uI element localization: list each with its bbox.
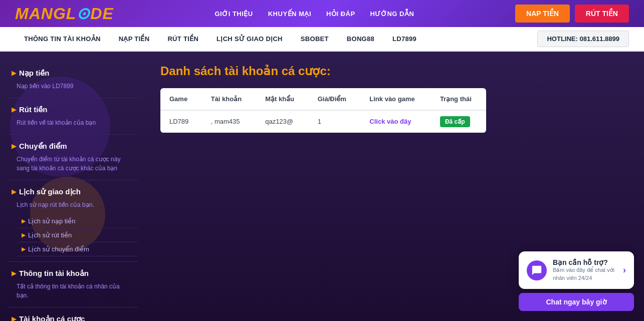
cell-status: Đã cấp <box>431 110 486 133</box>
cell-score: 1 <box>309 110 361 133</box>
chat-svg-icon <box>531 265 542 276</box>
sidebar-lich-su-title[interactable]: ▶ Lịch sử giao dịch <box>8 185 138 198</box>
sidebar-rut-tien-title[interactable]: ▶ Rút tiền <box>8 103 138 116</box>
subnav-nap-tien[interactable]: NẠP TIỀN <box>110 27 159 51</box>
subnav-links: THÔNG TIN TÀI KHOẢN NẠP TIỀN RÚT TIỀN LỊ… <box>15 27 425 51</box>
sidebar-nap-tien-desc: Nạp tiền vào LD7899 <box>8 80 138 93</box>
sidebar-sub-nap-tien[interactable]: ▶ Lịch sử nạp tiền <box>18 214 138 228</box>
sidebar-rut-tien-label: Rút tiền <box>19 105 47 114</box>
nav-gioi-thieu[interactable]: GIỚI THIỆU <box>214 10 253 18</box>
chat-widget: Bạn cần hỗ trợ? Bấm vào đây để chat với … <box>519 251 634 311</box>
arrow-icon: ▶ <box>12 143 16 150</box>
sidebar-nap-tien-title[interactable]: ▶ Nạp tiền <box>8 67 138 80</box>
sidebar-nap-tien-label: Nạp tiền <box>19 69 50 78</box>
chat-bubble[interactable]: Bạn cần hỗ trợ? Bấm vào đây để chat với … <box>519 251 634 289</box>
sidebar-lich-su-label: Lịch sử giao dịch <box>19 187 81 196</box>
col-status: Trạng thái <box>431 88 486 110</box>
cell-account: , mam435 <box>202 110 256 133</box>
sidebar-thong-tin-label: Thông tin tài khoản <box>19 269 89 278</box>
header-buttons: NAP TIỀN RÚT TIỀN <box>515 5 629 23</box>
nav-khuyen-mai[interactable]: KHUYẾN MẠI <box>268 10 311 18</box>
cell-link[interactable]: Click vào đây <box>360 110 431 133</box>
status-badge: Đã cấp <box>440 116 470 127</box>
sidebar-lich-su-subs: ▶ Lịch sử nạp tiền ▶ Lịch sử rút tiền ▶ … <box>8 211 138 256</box>
nav-huong-dan[interactable]: HƯỚNG DẪN <box>370 10 414 18</box>
sidebar-chuyen-diem-title[interactable]: ▶ Chuyển điểm <box>8 140 138 153</box>
table-container: Game Tài khoản Mật khẩu Giá/Điểm Link và… <box>160 88 486 133</box>
sidebar-nap-tien: ▶ Nạp tiền Nạp tiền vào LD7899 <box>8 62 138 98</box>
col-account: Tài khoản <box>202 88 256 110</box>
sub-arrow-icon: ▶ <box>22 246 26 252</box>
table-row: LD789 , mam435 qaz123@ 1 Click vào đây Đ… <box>160 110 486 133</box>
logo-text: MANGL⊙DE <box>15 5 114 23</box>
arrow-icon: ▶ <box>12 270 16 277</box>
sub-arrow-icon: ▶ <box>22 232 26 238</box>
sidebar-thong-tin-title[interactable]: ▶ Thông tin tài khoản <box>8 267 138 280</box>
chat-now-button[interactable]: Chat ngay bây giờ <box>519 293 634 311</box>
subnav-sbobet[interactable]: SBOBET <box>292 27 338 51</box>
sidebar-sub-chuyen-diem[interactable]: ▶ Lịch sử chuyển điểm <box>18 242 138 256</box>
page-title: Danh sách tài khoản cá cược: <box>160 64 629 78</box>
sidebar-tai-khoan-label: Tài khoản cá cược <box>19 314 85 321</box>
sub-arrow-icon: ▶ <box>22 218 26 224</box>
col-score: Giá/Điểm <box>309 88 361 110</box>
subnav-bong88[interactable]: BONG88 <box>338 27 383 51</box>
arrow-icon: ▶ <box>12 106 16 113</box>
cell-password: qaz123@ <box>256 110 309 133</box>
arrow-icon: ▶ <box>12 188 16 195</box>
main-nav: GIỚI THIỆU KHUYẾN MẠI HỎI ĐÁP HƯỚNG DẪN <box>214 10 414 18</box>
logo: MANGL⊙DE <box>15 4 114 23</box>
logo-globe: ⊙ <box>76 5 90 23</box>
chat-text-block: Bạn cần hỗ trợ? Bấm vào đây để chat với … <box>553 258 617 282</box>
sidebar-chuyen-diem-label: Chuyển điểm <box>19 142 67 151</box>
table-header-row: Game Tài khoản Mật khẩu Giá/Điểm Link và… <box>160 88 486 110</box>
sidebar-sub-rut-tien[interactable]: ▶ Lịch sử rút tiền <box>18 228 138 242</box>
sidebar-lich-su-desc: Lịch sử nạp rút tiền của bạn. <box>8 198 138 211</box>
sidebar-rut-tien-desc: Rút tiền về tài khoản của bạn <box>8 116 138 129</box>
chat-title: Bạn cần hỗ trợ? <box>553 258 617 266</box>
col-game: Game <box>160 88 202 110</box>
subnav-rut-tien[interactable]: RÚT TIỀN <box>158 27 207 51</box>
sidebar-chuyen-diem-desc: Chuyển điểm từ tài khoản cá cược này san… <box>8 153 138 175</box>
rut-tien-button[interactable]: RÚT TIỀN <box>575 5 629 23</box>
cell-game: LD789 <box>160 110 202 133</box>
nav-hoi-dap[interactable]: HỎI ĐÁP <box>326 10 355 18</box>
sidebar-chuyen-diem: ▶ Chuyển điểm Chuyển điểm từ tài khoản c… <box>8 135 138 180</box>
arrow-icon: ▶ <box>12 315 16 321</box>
subnav-lich-su[interactable]: LỊCH SỬ GIAO DỊCH <box>207 27 292 51</box>
subnav-ld7899[interactable]: LD7899 <box>383 27 425 51</box>
game-link[interactable]: Click vào đây <box>369 118 411 125</box>
arrow-icon: ▶ <box>12 70 16 77</box>
sidebar: ▶ Nạp tiền Nạp tiền vào LD7899 ▶ Rút tiề… <box>0 52 145 321</box>
sidebar-lich-su: ▶ Lịch sử giao dịch Lịch sử nạp rút tiền… <box>8 180 138 262</box>
chat-subtitle: Bấm vào đây để chat với nhân viên 24/24 <box>553 266 617 282</box>
sub-nav: THÔNG TIN TÀI KHOẢN NẠP TIỀN RÚT TIỀN LỊ… <box>0 27 644 52</box>
sidebar-thong-tin-desc: Tất cả thông tin tài khoản cá nhân của b… <box>8 280 138 302</box>
sidebar-rut-tien: ▶ Rút tiền Rút tiền về tài khoản của bạn <box>8 98 138 135</box>
hotline: HOTLINE: 081.611.8899 <box>537 31 629 47</box>
header: MANGL⊙DE GIỚI THIỆU KHUYẾN MẠI HỎI ĐÁP H… <box>0 0 644 27</box>
chat-icon <box>527 260 547 280</box>
subnav-thong-tin[interactable]: THÔNG TIN TÀI KHOẢN <box>15 27 110 51</box>
col-password: Mật khẩu <box>256 88 309 110</box>
chat-arrow-icon: › <box>623 265 626 275</box>
nap-tien-button[interactable]: NAP TIỀN <box>515 5 570 23</box>
sidebar-thong-tin: ▶ Thông tin tài khoản Tất cả thông tin t… <box>8 262 138 307</box>
accounts-table: Game Tài khoản Mật khẩu Giá/Điểm Link và… <box>160 88 486 133</box>
sidebar-tai-khoan-title[interactable]: ▶ Tài khoản cá cược <box>8 312 138 321</box>
col-link: Link vào game <box>360 88 431 110</box>
sidebar-tai-khoan-ca-cuoc: ▶ Tài khoản cá cược Tài khoản cá cược đã… <box>8 307 138 321</box>
